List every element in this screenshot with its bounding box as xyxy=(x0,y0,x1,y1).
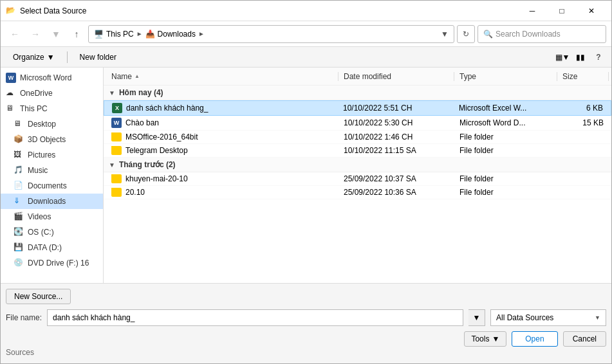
videos-icon: 🎬 xyxy=(14,212,24,222)
file-date-khuyen-mai: 25/09/2022 10:37 SA xyxy=(338,174,454,183)
sources-note: Sources xyxy=(6,347,606,358)
sidebar-label-documents: Documents xyxy=(28,181,67,190)
search-box[interactable]: 🔍 xyxy=(478,25,606,43)
folder-khuyen-mai-icon xyxy=(111,174,122,183)
sidebar-item-this-pc[interactable]: 🖥 This PC xyxy=(1,101,103,116)
minimize-button[interactable]: ─ xyxy=(517,1,547,21)
refresh-button[interactable]: ↻ xyxy=(457,25,475,43)
filename-row: File name: ▼ All Data Sources ▼ xyxy=(6,309,606,326)
preview-pane-button[interactable]: ▮▮ xyxy=(573,50,588,65)
title-bar-controls: ─ □ ✕ xyxy=(517,1,606,21)
view-grid-icon: ▦ xyxy=(555,53,562,62)
action-row: Tools ▼ Open Cancel xyxy=(6,331,606,347)
new-folder-button[interactable]: New folder xyxy=(73,50,124,65)
file-size-word: 15 KB xyxy=(557,118,609,127)
file-row-telegram[interactable]: Telegram Desktop 10/10/2022 11:15 SA Fil… xyxy=(104,144,611,158)
cancel-button[interactable]: Cancel xyxy=(563,331,606,347)
file-type-khuyen-mai: File folder xyxy=(454,174,557,183)
sidebar-item-onedrive[interactable]: ☁ OneDrive xyxy=(1,86,103,101)
breadcrumb-downloads[interactable]: 📥 Downloads ► xyxy=(145,30,205,39)
sidebar-item-documents[interactable]: 📄 Documents xyxy=(1,178,103,194)
sidebar-label-onedrive: OneDrive xyxy=(20,89,53,98)
sidebar-label-downloads: Downloads xyxy=(28,197,66,206)
breadcrumb-sep-1: ► xyxy=(136,30,143,37)
address-dropdown-arrow[interactable]: ▼ xyxy=(441,30,449,39)
file-label-msoffice: MSOffice-2016_64bit xyxy=(125,132,198,141)
col-date-label: Date modified xyxy=(344,72,391,81)
file-type-excel: Microsoft Excel W... xyxy=(454,104,557,113)
file-row-msoffice[interactable]: MSOffice-2016_64bit 10/10/2022 1:46 CH F… xyxy=(104,131,611,144)
sidebar-label-os-c: OS (C:) xyxy=(28,228,54,237)
word-file-icon: W xyxy=(111,118,122,128)
sources-text: Sources xyxy=(6,348,34,357)
sidebar-item-3d-objects[interactable]: 📦 3D Objects xyxy=(1,132,103,147)
close-button[interactable]: ✕ xyxy=(577,1,606,21)
recent-locations-button[interactable]: ▼ xyxy=(47,25,65,43)
sidebar-item-pictures[interactable]: 🖼 Pictures xyxy=(1,147,103,163)
open-button[interactable]: Open xyxy=(512,331,557,347)
music-icon: 🎵 xyxy=(14,165,24,176)
file-label-excel: danh sách khách hàng_ xyxy=(126,104,208,113)
drive-c-icon: 💽 xyxy=(14,227,24,237)
sidebar-label-data-d: DATA (D:) xyxy=(28,243,62,252)
file-type-msoffice: File folder xyxy=(454,132,557,141)
file-type-telegram: File folder xyxy=(454,146,557,155)
maximize-button[interactable]: □ xyxy=(547,1,577,21)
view-options-button[interactable]: ▦ ▼ xyxy=(555,50,570,65)
col-header-size[interactable]: Size xyxy=(557,72,609,81)
help-button[interactable]: ? xyxy=(591,50,606,65)
sidebar-label-videos: Videos xyxy=(28,212,51,221)
new-source-button[interactable]: New Source... xyxy=(6,289,71,304)
filename-dropdown-button[interactable]: ▼ xyxy=(468,309,485,326)
sidebar-item-dvd-drive[interactable]: 💿 DVD Drive (F:) 16 xyxy=(1,255,103,271)
sidebar-item-downloads[interactable]: ⇓ Downloads xyxy=(1,194,103,209)
address-bar[interactable]: 🖥️ This PC ► 📥 Downloads ► ▼ xyxy=(88,25,454,43)
filename-input-wrapper[interactable] xyxy=(47,309,463,326)
file-date-2010: 25/09/2022 10:36 SA xyxy=(338,188,454,197)
col-header-type[interactable]: Type xyxy=(454,72,557,81)
title-bar: 📂 Select Data Source ─ □ ✕ xyxy=(1,1,611,21)
sidebar-item-os-c[interactable]: 💽 OS (C:) xyxy=(1,224,103,240)
file-label-khuyen-mai: khuyen-mai-20-10 xyxy=(125,174,188,183)
tools-button[interactable]: Tools ▼ xyxy=(464,331,506,347)
filetype-select[interactable]: All Data Sources ▼ xyxy=(490,309,606,326)
sort-arrow-name: ▲ xyxy=(134,73,140,79)
group-today-chevron: ▼ xyxy=(109,89,115,96)
sidebar-item-music[interactable]: 🎵 Music xyxy=(1,163,103,178)
word-icon: W xyxy=(6,73,16,83)
new-source-row: New Source... xyxy=(6,289,606,304)
file-row-word[interactable]: W Chào ban 10/10/2022 5:30 CH Microsoft … xyxy=(104,116,611,131)
sidebar-item-microsoft-word[interactable]: W Microsoft Word xyxy=(1,70,103,86)
file-row-khuyen-mai[interactable]: khuyen-mai-20-10 25/09/2022 10:37 SA Fil… xyxy=(104,172,611,186)
sidebar: W Microsoft Word ☁ OneDrive 🖥 This PC 🖥 … xyxy=(1,68,104,283)
file-date-word: 10/10/2022 5:30 CH xyxy=(338,118,454,127)
sidebar-item-data-d[interactable]: 💾 DATA (D:) xyxy=(1,240,103,255)
filename-input[interactable] xyxy=(53,313,458,322)
nav-bar: ← → ▼ ↑ 🖥️ This PC ► 📥 Downloads ► ▼ ↻ 🔍 xyxy=(1,21,611,47)
view-controls: ▦ ▼ ▮▮ ? xyxy=(555,50,606,65)
file-row-excel[interactable]: X danh sách khách hàng_ 10/10/2022 5:51 … xyxy=(104,100,611,116)
group-last-month-chevron: ▼ xyxy=(109,161,115,168)
col-header-name[interactable]: Name ▲ xyxy=(106,72,338,81)
pc-sidebar-icon: 🖥 xyxy=(6,104,16,114)
group-last-month[interactable]: ▼ Tháng trước (2) xyxy=(104,158,611,172)
bottom-section: New Source... File name: ▼ All Data Sour… xyxy=(1,283,611,363)
breadcrumb-this-pc[interactable]: This PC ► xyxy=(106,30,143,39)
forward-button: → xyxy=(26,25,44,43)
group-today[interactable]: ▼ Hôm nay (4) xyxy=(104,86,611,100)
sidebar-label-music: Music xyxy=(28,166,48,175)
dialog-icon: 📂 xyxy=(6,6,16,16)
file-row-2010[interactable]: 20.10 25/09/2022 10:36 SA File folder xyxy=(104,186,611,199)
downloads-icon: 📥 xyxy=(145,30,155,39)
sidebar-item-desktop[interactable]: 🖥 Desktop xyxy=(1,116,103,132)
up-button[interactable]: ↑ xyxy=(68,25,86,43)
col-header-date[interactable]: Date modified xyxy=(338,72,454,81)
sidebar-item-videos[interactable]: 🎬 Videos xyxy=(1,209,103,224)
breadcrumb-downloads-label: Downloads xyxy=(158,30,196,39)
filetype-label: All Data Sources xyxy=(496,313,553,322)
col-type-label: Type xyxy=(459,72,476,81)
search-input[interactable] xyxy=(496,30,600,39)
organize-button[interactable]: Organize ▼ xyxy=(6,50,62,65)
preview-icon: ▮▮ xyxy=(576,53,585,62)
group-today-label: Hôm nay (4) xyxy=(119,88,163,97)
